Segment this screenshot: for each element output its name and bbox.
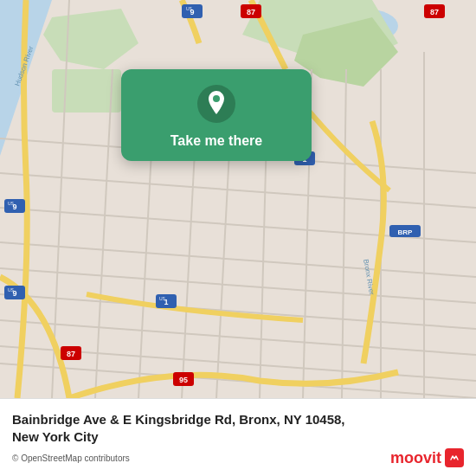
moovit-brand-text: moovit — [390, 449, 441, 467]
moovit-logo: moovit — [390, 448, 464, 467]
moovit-brand-icon — [445, 448, 464, 467]
svg-text:US: US — [8, 287, 15, 293]
pin-icon-container — [197, 85, 235, 123]
svg-text:87: 87 — [430, 8, 439, 16]
svg-text:87: 87 — [247, 8, 255, 16]
map-svg: 9 US 87 87 9 US 9 US 1 US 1 US 87 95 BRP — [0, 0, 476, 398]
city-text: New York City — [12, 429, 98, 444]
bottom-footer: © OpenStreetMap contributors moovit — [12, 448, 464, 467]
bottom-bar: Bainbridge Ave & E Kingsbridge Rd, Bronx… — [0, 398, 476, 476]
svg-text:US: US — [186, 6, 193, 11]
svg-text:BRP: BRP — [398, 228, 414, 236]
svg-text:95: 95 — [179, 376, 188, 384]
take-me-there-button[interactable]: Take me there — [170, 133, 262, 149]
address-text: Bainbridge Ave & E Kingsbridge Rd, Bronx… — [12, 412, 345, 427]
location-card: Take me there — [121, 69, 312, 161]
osm-credit: © OpenStreetMap contributors — [12, 453, 130, 463]
svg-text:US: US — [8, 201, 15, 206]
map-container: 9 US 87 87 9 US 9 US 1 US 1 US 87 95 BRP — [0, 0, 476, 398]
svg-text:87: 87 — [67, 350, 75, 358]
svg-text:US: US — [159, 296, 166, 301]
address-line: Bainbridge Ave & E Kingsbridge Rd, Bronx… — [12, 411, 464, 445]
svg-point-54 — [213, 95, 220, 102]
location-pin-icon — [205, 91, 228, 117]
